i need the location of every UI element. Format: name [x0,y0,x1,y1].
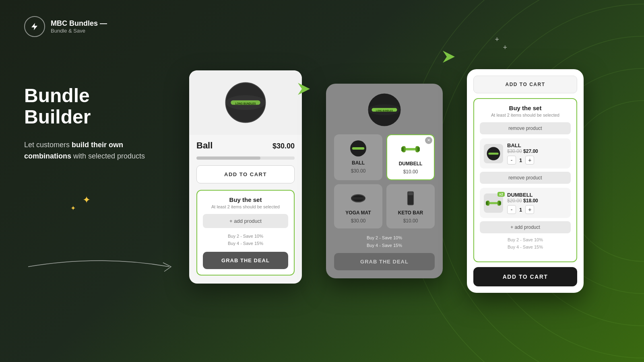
card3-dumbell-name: DUMBELL [507,192,567,198]
card3-dumbell-prices: $20.00 $18.00 [507,198,567,204]
card2-ketobar-name: KETO BAR [398,210,423,216]
card3-bundle-sub: At least 2 items should be selected [480,113,571,117]
card-bundle-detail: ADD TO CART Buy the set At least 2 items… [467,69,584,292]
svg-rect-22 [417,147,420,151]
card3-bundle-title: Buy the set [480,105,571,111]
card3-ball-qty-minus[interactable]: - [507,156,516,165]
card3-add-to-cart-top-button[interactable]: ADD TO CART [473,76,577,93]
card2-ketobar-price: $10.00 [403,218,418,224]
card3-ball-icon [486,146,501,161]
card2-grab-deal-button[interactable]: GRAB THE DEAL [334,253,435,270]
ball-image-large: LONG BUNDLES [223,80,268,125]
svg-rect-35 [486,201,488,205]
card1-add-product-button[interactable]: + add product [203,214,288,228]
card3-bundle-inner: Buy the set At least 2 items should be s… [473,98,577,262]
sparkle-small: ✦ [70,204,76,212]
card3-add-product-button[interactable]: + add product [480,221,571,233]
card2-ball-price: $30.00 [351,168,366,174]
logo-text: MBC Bundles — Bundle & Save [51,19,107,34]
svg-text:LONG BUNDLES: LONG BUNDLES [235,102,256,105]
hero-description: Let customers build their own combinatio… [24,139,161,162]
card1-bundle-subtitle: At least 2 items should be selected [203,204,288,209]
card3-dumbell-qty-minus[interactable]: - [507,205,516,214]
card2-product-yogamat[interactable]: YOGA MAT $30.00 [334,184,382,228]
sparkle-large: ✦ [83,194,91,206]
card2-savings: Buy 2 - Save 10% Buy 4 - Save 15% [334,234,435,249]
card2-ball-svg: LONG BUNDLES [366,92,402,128]
card3-remove-product-2-button[interactable]: remove product [480,172,571,184]
arrow-decoration [24,251,161,276]
card1-add-to-cart-button[interactable]: ADD TO CART [196,165,295,183]
green-arrow-1 [294,79,314,101]
card3-dumbell-icon [486,195,501,211]
logo-circle [24,16,45,37]
svg-rect-21 [401,147,404,151]
logo-area: MBC Bundles — Bundle & Save [24,16,161,37]
card3-add-to-cart-bottom-button[interactable]: ADD TO CART [473,267,577,286]
svg-rect-17 [352,147,365,150]
card2-product-ball[interactable]: BALL $30.00 [334,134,382,180]
card1-grab-deal-button[interactable]: GRAB THE DEAL [203,252,288,269]
card3-bottom: ADD TO CART [467,267,584,293]
card-product-simple: LONG BUNDLES Ball $30.00 ADD TO CART Buy… [189,70,302,284]
card3-dumbell-qty-value: 1 [519,207,522,213]
card1-bundle-box: Buy the set At least 2 items should be s… [196,190,295,276]
card3-dumbell-thumb-wrap: x2 [484,193,503,213]
left-panel: MBC Bundles — Bundle & Save Bundle Build… [0,0,185,362]
svg-rect-25 [351,197,365,200]
card2-ball-name: BALL [352,160,365,166]
card3-dumbell-qty-control: - 1 + [507,205,567,214]
card3-ball-qty-plus[interactable]: + [525,156,534,165]
green-arrow-2 [439,47,459,68]
card2-ball-image: LONG BUNDLES [334,92,435,128]
card-product-grid: LONG BUNDLES BALL $30.00 ✕ [326,84,443,278]
brand-name: MBC Bundles — [51,19,107,28]
card2-product-ketobar[interactable]: KETO BAR $10.00 [386,184,435,228]
card2-dumbell-close[interactable]: ✕ [425,137,432,144]
card1-bundle-savings: Buy 2 - Save 10% Buy 4 - Save 15% [203,233,288,247]
card3-dumbell-detail: DUMBELL $20.00 $18.00 - 1 + [507,192,567,214]
card3-dumbell-badge: x2 [497,192,505,197]
card1-rating-bar [196,156,295,160]
card1-product-price: $30.00 [272,142,295,150]
card3-ball-prices: $30.00 $27.00 [507,148,567,154]
card3-dumbell-qty-plus[interactable]: + [525,205,534,214]
ketobar-icon [401,189,420,208]
card3-ball-thumb [484,144,503,163]
svg-text:LONG BUNDLES: LONG BUNDLES [376,109,393,112]
dumbell-icon [401,140,420,158]
card1-product-name: Ball [196,140,213,151]
card2-yogamat-name: YOGA MAT [345,210,371,216]
logo-icon [30,22,39,31]
card2-dumbell-price: $10.00 [403,169,418,175]
svg-marker-11 [298,83,310,95]
card3-product-ball-row: BALL $30.00 $27.00 - 1 + [480,138,571,169]
card1-product-info: Ball $30.00 [189,135,302,156]
card2-product-grid: BALL $30.00 ✕ DUMBELL $10.00 [334,134,435,228]
card3-ball-name: BALL [507,142,567,148]
svg-rect-31 [488,152,498,154]
ball-icon-small [349,139,367,158]
card3-savings: Buy 2 - Save 10% Buy 4 - Save 15% [480,237,571,251]
svg-rect-36 [499,201,501,205]
card2-yogamat-price: $30.00 [351,218,366,224]
card3-ball-qty-value: 1 [519,157,522,163]
yogamat-icon [349,189,367,208]
brand-tagline: Bundle & Save [51,28,107,34]
card2-dumbell-name: DUMBELL [399,161,423,167]
cards-container: LONG BUNDLES Ball $30.00 ADD TO CART Buy… [173,0,644,362]
card1-bundle-title: Buy the set [203,196,288,203]
card3-ball-qty-control: - 1 + [507,156,567,165]
card1-image: LONG BUNDLES [189,70,302,135]
svg-marker-29 [443,51,455,63]
card1-rating-fill [196,156,260,160]
card3-ball-detail: BALL $30.00 $27.00 - 1 + [507,142,567,165]
card3-product-dumbell-row: x2 DUMBELL $20.00 $18.00 - 1 + [480,188,571,218]
svg-rect-27 [408,192,413,195]
card3-remove-product-1-button[interactable]: remove product [480,122,571,134]
hero-title: Bundle Builder [24,85,161,128]
card2-product-dumbell[interactable]: ✕ DUMBELL $10.00 [386,134,435,180]
